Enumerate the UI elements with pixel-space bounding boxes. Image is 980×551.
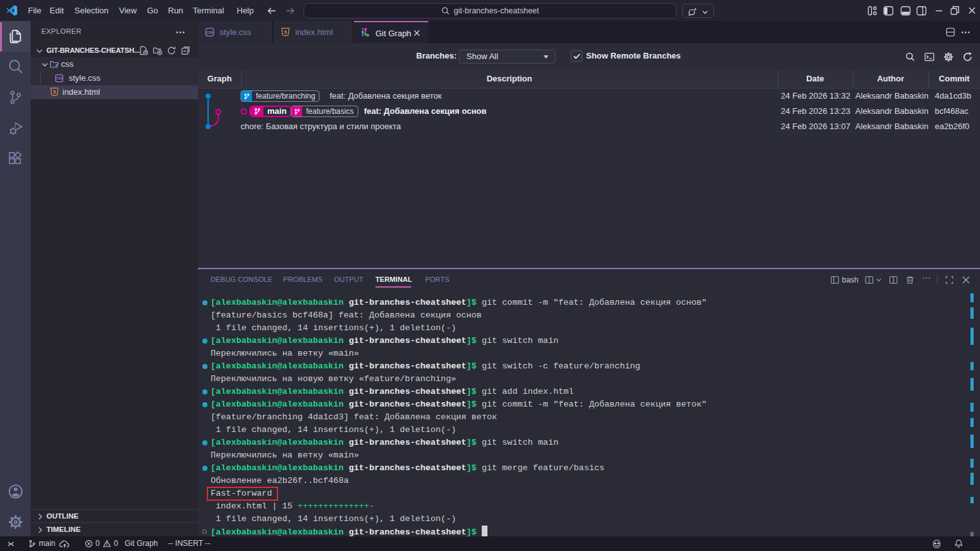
svg-text:CSS: CSS bbox=[206, 31, 213, 34]
svg-text:5: 5 bbox=[284, 29, 286, 35]
svg-text:CSS: CSS bbox=[56, 77, 63, 80]
svg-text:5: 5 bbox=[53, 89, 55, 95]
